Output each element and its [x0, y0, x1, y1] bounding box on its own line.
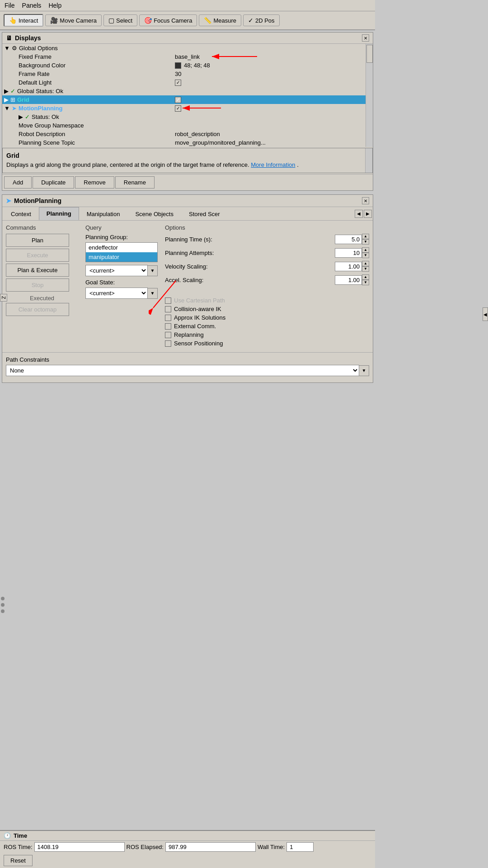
use-cartesian-checkbox[interactable]	[165, 297, 171, 304]
approx-ik-label: Approx IK Solutions	[174, 314, 225, 321]
collision-aware-label: Collision-aware IK	[174, 306, 221, 312]
displays-close-button[interactable]: ✕	[362, 34, 369, 42]
toolbar: 👆 Interact 🎥 Move Camera ▢ Select 🎯 Focu…	[0, 11, 375, 30]
collision-aware-checkbox[interactable]	[165, 306, 171, 312]
velocity-scaling-input[interactable]	[335, 262, 362, 271]
menu-help[interactable]: Help	[48, 2, 61, 9]
planning-time-up[interactable]: ▲	[362, 234, 369, 239]
add-button[interactable]: Add	[4, 176, 32, 189]
2d-pos-icon: ✓	[248, 17, 253, 24]
fixed-frame-row: Fixed Frame base_link	[2, 52, 366, 61]
stop-button[interactable]: Stop	[6, 278, 69, 292]
path-constraints-label: Path Constraints	[6, 356, 369, 363]
remove-button[interactable]: Remove	[75, 176, 114, 189]
menu-file[interactable]: File	[5, 2, 15, 9]
execute-button[interactable]: Execute	[6, 249, 69, 262]
ros-time-label: ROS Time:	[4, 844, 33, 850]
grid-info-box: Grid Displays a grid along the ground pl…	[2, 148, 373, 173]
global-status-row: ▶ ✓ Global Status: Ok	[2, 87, 366, 95]
rename-button[interactable]: Rename	[115, 176, 155, 189]
planning-attempts-down[interactable]: ▼	[362, 253, 369, 258]
focus-camera-button[interactable]: 🎯 Focus Camera	[139, 14, 197, 26]
check-icon: ✓	[10, 88, 15, 94]
approx-ik-checkbox[interactable]	[165, 315, 171, 321]
path-constraints-dropdown-btn[interactable]: ▼	[359, 365, 369, 376]
interact-button[interactable]: 👆 Interact	[4, 14, 43, 27]
planning-time-spinbox: ▲ ▼	[335, 234, 369, 245]
velocity-scaling-down[interactable]: ▼	[362, 266, 369, 272]
tab-context[interactable]: Context	[3, 208, 39, 220]
tab-scene-objects[interactable]: Scene Objects	[127, 208, 181, 220]
planning-scene-row: Planning Scene Topic move_group/monitore…	[2, 138, 366, 147]
plan-button[interactable]: Plan	[6, 234, 69, 247]
select-icon: ▢	[108, 17, 114, 24]
measure-button[interactable]: 📏 Measure	[199, 14, 241, 26]
grid-icon: ⊞	[10, 96, 15, 103]
displays-scrollbar[interactable]	[366, 44, 373, 147]
planning-time-input[interactable]	[335, 235, 362, 244]
group-manipulator[interactable]: manipulator	[86, 252, 157, 262]
duplicate-button[interactable]: Duplicate	[33, 176, 74, 189]
approx-ik-row: Approx IK Solutions	[165, 314, 369, 321]
start-state-container: <current> ▼	[85, 265, 158, 276]
replanning-checkbox[interactable]	[165, 332, 171, 338]
2d-pos-button[interactable]: ✓ 2D Pos	[243, 14, 280, 26]
menu-panels[interactable]: Panels	[22, 2, 42, 9]
ros-elapsed-input[interactable]	[165, 842, 256, 852]
planning-attempts-input[interactable]	[335, 248, 362, 258]
motion-planning-row[interactable]: ▼ ➤ MotionPlanning	[2, 104, 366, 113]
motion-icon: ➤	[12, 105, 17, 112]
sensor-positioning-checkbox[interactable]	[165, 340, 171, 347]
tab-stored-scer[interactable]: Stored Scer	[181, 208, 228, 220]
clear-octomap-button[interactable]: Clear octomap	[6, 303, 69, 316]
displays-content: ▼ ⚙ Global Options Fixed Frame	[2, 44, 373, 147]
reset-button[interactable]: Reset	[4, 855, 33, 866]
status-check-icon: ✓	[25, 113, 30, 120]
tab-manipulation[interactable]: Manipulation	[79, 208, 128, 220]
velocity-scaling-up[interactable]: ▲	[362, 261, 369, 266]
options-label: Options	[165, 224, 369, 231]
move-camera-button[interactable]: 🎥 Move Camera	[45, 14, 102, 26]
accel-scaling-up[interactable]: ▲	[362, 274, 369, 280]
query-label: Query	[85, 224, 158, 231]
accel-scaling-down[interactable]: ▼	[362, 280, 369, 285]
velocity-scaling-spinbox: ▲ ▼	[335, 261, 369, 272]
query-column: Query Planning Group: endeffector manipu…	[85, 224, 158, 349]
external-comm-row: External Comm.	[165, 323, 369, 330]
ros-time-input[interactable]	[34, 842, 125, 852]
z-marker: Z	[0, 294, 7, 302]
start-state-dropdown-btn[interactable]: ▼	[148, 265, 158, 276]
tab-next-button[interactable]: ▶	[364, 210, 372, 218]
goal-state-select[interactable]: <current>	[85, 288, 148, 299]
goal-state-dropdown-btn[interactable]: ▼	[148, 288, 158, 299]
planning-attempts-up[interactable]: ▲	[362, 247, 369, 253]
wall-time-input[interactable]	[286, 842, 314, 852]
tab-prev-button[interactable]: ◀	[355, 210, 363, 218]
planning-attempts-row: Planning Attempts: ▲ ▼	[165, 247, 369, 258]
plan-execute-button[interactable]: Plan & Execute	[6, 264, 69, 277]
grid-info-scrollbar[interactable]	[365, 148, 372, 173]
group-endeffector[interactable]: endeffector	[86, 243, 157, 252]
status-bar-header: 🕐 Time	[0, 831, 375, 841]
planning-group-label: Planning Group:	[85, 234, 158, 241]
default-light-checkbox[interactable]	[175, 80, 181, 86]
motion-header-icon: ➤	[6, 197, 11, 204]
motion-planning-panel: ➤ MotionPlanning ✕ Context Planning Mani…	[2, 194, 373, 383]
select-button[interactable]: ▢ Select	[103, 14, 137, 26]
start-state-select[interactable]: <current>	[85, 265, 148, 276]
path-constraints-select[interactable]: None	[6, 365, 359, 376]
more-info-link[interactable]: More Information	[251, 161, 295, 168]
motion-panel-close-button[interactable]: ✕	[362, 197, 369, 204]
menu-bar: File Panels Help	[0, 0, 375, 11]
planning-time-row: Planning Time (s): ▲ ▼	[165, 234, 369, 245]
dot-3	[1, 609, 5, 613]
planning-time-down[interactable]: ▼	[362, 239, 369, 245]
accel-scaling-input[interactable]	[335, 275, 362, 285]
displays-panel-header: 🖥 Displays ✕	[2, 33, 373, 44]
tab-planning[interactable]: Planning	[39, 207, 79, 220]
velocity-scaling-row: Velocity Scaling: ▲ ▼	[165, 261, 369, 272]
external-comm-checkbox[interactable]	[165, 323, 171, 330]
bg-color-swatch[interactable]	[175, 62, 181, 69]
tabs-bar: Context Planning Manipulation Scene Obje…	[2, 207, 373, 221]
planning-content: Commands Plan Execute Plan & Execute Sto…	[2, 221, 373, 352]
